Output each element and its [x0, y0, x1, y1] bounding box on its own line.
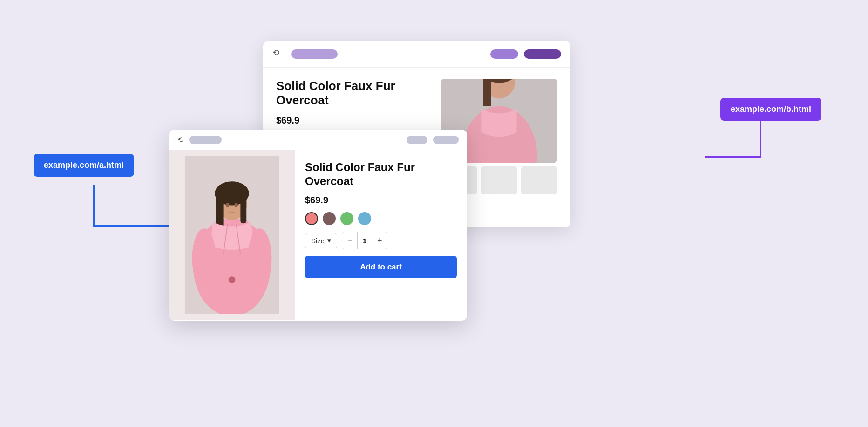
back-logo-icon: ⟲	[272, 48, 285, 61]
label-a-text: example.com/a.html	[44, 160, 124, 170]
add-to-cart-button[interactable]: Add to cart	[305, 256, 457, 278]
front-logo-icon: ⟲	[177, 135, 183, 144]
back-product-price: $69.9	[276, 115, 430, 126]
back-nav-pill-wide	[291, 49, 338, 59]
card-front-content: Solid Color Faux Fur Overcoat $69.9 Size…	[169, 150, 467, 320]
card-front-navbar: ⟲	[169, 130, 467, 150]
front-controls: Size ▾ − 1 +	[305, 232, 457, 249]
size-chevron-icon: ▾	[327, 236, 331, 245]
svg-rect-11	[240, 193, 246, 223]
back-thumb-3	[521, 166, 557, 194]
card-back-navbar: ⟲	[263, 41, 570, 68]
svg-point-18	[235, 203, 238, 207]
front-product-title: Solid Color Faux Fur Overcoat	[305, 160, 457, 188]
front-color-dot-3[interactable]	[340, 212, 353, 225]
front-color-dot-4[interactable]	[358, 212, 371, 225]
quantity-decrease-button[interactable]: −	[342, 232, 357, 249]
svg-rect-4	[483, 79, 491, 106]
front-nav-pill-sm2	[433, 136, 459, 144]
size-selector[interactable]: Size ▾	[305, 233, 337, 248]
svg-point-17	[226, 203, 229, 207]
front-product-image	[169, 150, 295, 320]
label-a: example.com/a.html	[34, 154, 134, 177]
svg-point-15	[192, 228, 216, 289]
back-nav-pill-dark	[524, 49, 561, 59]
quantity-control: − 1 +	[342, 232, 387, 249]
label-a-connector	[93, 185, 177, 227]
label-b: example.com/b.html	[720, 98, 821, 121]
label-b-connector	[705, 120, 761, 158]
front-product-price: $69.9	[305, 195, 457, 206]
quantity-value: 1	[357, 232, 372, 249]
svg-point-16	[248, 228, 271, 289]
front-product-svg	[181, 156, 283, 314]
label-b-text: example.com/b.html	[731, 104, 811, 114]
svg-point-14	[229, 276, 236, 283]
front-color-dot-2[interactable]	[323, 212, 336, 225]
card-front: ⟲	[169, 130, 467, 321]
size-label: Size	[311, 237, 325, 245]
back-product-title: Solid Color Faux Fur Overcoat	[276, 79, 430, 108]
back-thumb-2	[481, 166, 517, 194]
front-nav-pill-sm	[407, 136, 427, 144]
front-nav-pill	[189, 136, 222, 144]
front-color-dot-1[interactable]	[305, 212, 318, 225]
front-product-details: Solid Color Faux Fur Overcoat $69.9 Size…	[295, 150, 467, 320]
back-nav-pill-small	[490, 49, 518, 59]
front-color-dots	[305, 212, 457, 225]
quantity-increase-button[interactable]: +	[372, 232, 387, 249]
